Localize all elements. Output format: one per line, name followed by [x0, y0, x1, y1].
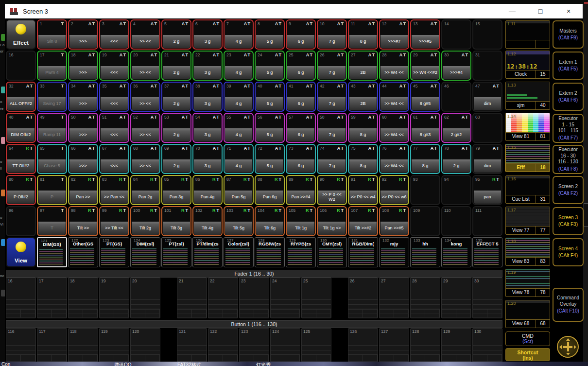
- executor-cell-43[interactable]: 43AT2B: [348, 82, 378, 112]
- executor-cell-65[interactable]: 65TChase 5: [37, 144, 67, 174]
- executor-cell-34[interactable]: 34AT>>>: [68, 82, 98, 112]
- button-cell-121[interactable]: 121: [177, 328, 207, 362]
- move-cross-button[interactable]: [557, 336, 579, 358]
- view-preview-1.11[interactable]: 1.11: [505, 20, 550, 49]
- executor-cell-15[interactable]: 15: [472, 19, 502, 50]
- executor-cell-33[interactable]: 33TSwing 17: [37, 82, 67, 112]
- executor-cell-9[interactable]: 9AT6 g: [286, 19, 316, 50]
- executor-cell-69[interactable]: 69AT2 g: [161, 144, 191, 174]
- executor-cell-104[interactable]: 104RTTilt 6g: [255, 206, 285, 236]
- executor-cell-70[interactable]: 70AT3 g: [192, 144, 223, 174]
- view-thumb-123[interactable]: 123PT(GS): [99, 237, 129, 267]
- fader-cell-23[interactable]: 23: [239, 278, 269, 318]
- executor-cell-35[interactable]: 35AT<<<: [99, 82, 129, 112]
- fader-cell-21[interactable]: 21: [177, 278, 207, 318]
- executor-cell-78[interactable]: 78AT2 g: [441, 144, 471, 174]
- button-cell-116[interactable]: 116: [6, 328, 36, 362]
- executor-cell-64[interactable]: 64RTTT Off#2: [6, 144, 36, 174]
- effect-master-cell[interactable]: Effect: [6, 19, 36, 50]
- executor-cell-53[interactable]: 53AT2 g: [161, 113, 191, 143]
- view-thumb-134[interactable]: 134kong: [441, 237, 471, 267]
- executor-cell-46[interactable]: 46: [441, 82, 471, 112]
- fader-cell-18[interactable]: 18: [68, 278, 98, 318]
- executor-cell-109[interactable]: 109: [410, 206, 440, 236]
- executor-cell-85[interactable]: 85RTPan 3g: [161, 175, 191, 205]
- executor-cell-47[interactable]: 47ATdim: [472, 82, 502, 112]
- executor-cell-58[interactable]: 58AT7 g: [317, 113, 347, 143]
- fader-cell-17[interactable]: 17: [37, 278, 67, 318]
- button-cell-125[interactable]: 125: [301, 328, 331, 362]
- executor-cell-100[interactable]: 100RTTilt 2g: [130, 206, 160, 236]
- view-thumb-133[interactable]: 133hh: [410, 237, 440, 267]
- executor-cell-102[interactable]: 102RTTilt 4g: [192, 206, 223, 236]
- executor-cell-111[interactable]: 111: [472, 206, 502, 236]
- executor-cell-81[interactable]: 81TP: [37, 175, 67, 205]
- executor-cell-20[interactable]: 20AT>> <<: [130, 51, 160, 81]
- view-button-executor-16-30-116-130[interactable]: Executor16 - 30116 - 130(CAlt F8): [553, 145, 584, 174]
- executor-cell-29[interactable]: 29AT>> W4 <<#2: [410, 51, 440, 81]
- button-cell-130[interactable]: 130: [472, 328, 502, 362]
- executor-cell-31[interactable]: 31: [472, 51, 502, 81]
- executor-cell-11[interactable]: 11AT8 g: [348, 19, 378, 50]
- executor-cell-4[interactable]: 4AT>> <<: [130, 19, 160, 50]
- taskbar-item[interactable]: FAT32格式: [177, 362, 201, 366]
- executor-cell-42[interactable]: 42AT7 g: [317, 82, 347, 112]
- view-thumb-131[interactable]: 131RGB/Dim(: [348, 237, 378, 267]
- button-cell-129[interactable]: 129: [441, 328, 471, 362]
- executor-cell-36[interactable]: 36AT>> <<: [130, 82, 160, 112]
- executor-cell-88[interactable]: 88RTPan 6g: [255, 175, 285, 205]
- executor-cell-55[interactable]: 55AT4 g: [224, 113, 254, 143]
- view-preview-1.12[interactable]: 1.1212:38:12Clock15: [505, 51, 550, 79]
- view-preview-1.18[interactable]: 1.18View 8383: [505, 238, 550, 266]
- executor-cell-90[interactable]: 90RT>> P 0 << W2: [317, 175, 347, 205]
- fader-cell-22[interactable]: 22: [208, 278, 238, 318]
- executor-cell-110[interactable]: 110: [441, 206, 471, 236]
- view-master-cell[interactable]: View: [6, 237, 36, 267]
- executor-cell-66[interactable]: 66AT>>>: [68, 144, 98, 174]
- view-preview-1.17[interactable]: 1.17View 7777: [505, 207, 550, 235]
- executor-cell-6[interactable]: 6AT3 g: [192, 19, 223, 50]
- view-thumb-129[interactable]: 129R/YPB(zs: [286, 237, 316, 267]
- fader-cell-24[interactable]: 24: [270, 278, 300, 318]
- view-button-extern-2[interactable]: Extern 2(CAlt F6): [553, 83, 584, 111]
- executor-cell-63[interactable]: 63: [472, 113, 502, 143]
- executor-cell-59[interactable]: 59AT8 g: [348, 113, 378, 143]
- executor-cell-12[interactable]: 12AT>>>#7: [379, 19, 409, 50]
- executor-cell-10[interactable]: 10AT7 g: [317, 19, 347, 50]
- button-cell-117[interactable]: 117: [37, 328, 67, 362]
- view-preview-1.15[interactable]: 1.15Efff18: [505, 144, 550, 172]
- executor-cell-87[interactable]: 87RTPan 5g: [224, 175, 254, 205]
- executor-cell-40[interactable]: 40AT5 g: [255, 82, 285, 112]
- executor-cell-13[interactable]: 13AT>>>#5: [410, 19, 440, 50]
- fader-cell-20[interactable]: 20: [130, 278, 160, 318]
- executor-cell-17[interactable]: 17TPwm 4: [37, 51, 67, 81]
- fader-cell-16[interactable]: 16: [6, 278, 36, 318]
- executor-cell-39[interactable]: 39AT4 g: [224, 82, 254, 112]
- view-preview-1.13[interactable]: 1.13sjm40: [505, 82, 550, 110]
- view-button-screen-2[interactable]: Screen 2(CAlt F2): [553, 176, 584, 204]
- executor-cell-99[interactable]: 99RT>> Tilt <<: [99, 206, 129, 236]
- executor-cell-97[interactable]: 97TT: [37, 206, 67, 236]
- executor-cell-108[interactable]: 108RTPan >>#5: [379, 206, 409, 236]
- executor-cell-79[interactable]: 79ATdim: [472, 144, 502, 174]
- view-thumb-126[interactable]: 126PT/dim(zs: [192, 237, 223, 267]
- executor-cell-86[interactable]: 86RTPan 4g: [192, 175, 223, 205]
- shortcut-button[interactable]: Shortcut (Ins): [505, 348, 550, 361]
- fader-cell-25[interactable]: 25: [301, 278, 331, 318]
- executor-cell-84[interactable]: 84RTPan 2g: [130, 175, 160, 205]
- executor-cell-80[interactable]: 80RTP Off#2: [6, 175, 36, 205]
- executor-cell-83[interactable]: 83RT>> Pan <<: [99, 175, 129, 205]
- executor-cell-7[interactable]: 7AT4 g: [224, 19, 254, 50]
- executor-cell-68[interactable]: 68AT>> <<: [130, 144, 160, 174]
- view-preview-1.20[interactable]: 1.20View 6868: [505, 300, 550, 328]
- taskbar-item[interactable]: 灯光秀: [256, 362, 271, 366]
- executor-cell-73[interactable]: 73AT6 g: [286, 144, 316, 174]
- executor-cell-49[interactable]: 49TRamp 11: [37, 113, 67, 143]
- executor-cell-38[interactable]: 38AT3 g: [192, 82, 223, 112]
- executor-cell-30[interactable]: 30AT>>>#4: [441, 51, 471, 81]
- executor-cell-61[interactable]: 61AT8 g#3: [410, 113, 440, 143]
- view-button-command-overlay[interactable]: CommandOverlay(CAlt F10): [553, 288, 584, 322]
- executor-cell-19[interactable]: 19AT<<<: [99, 51, 129, 81]
- view-thumb-130[interactable]: 130CMY(zsl): [317, 237, 347, 267]
- button-cell-128[interactable]: 128: [410, 328, 440, 362]
